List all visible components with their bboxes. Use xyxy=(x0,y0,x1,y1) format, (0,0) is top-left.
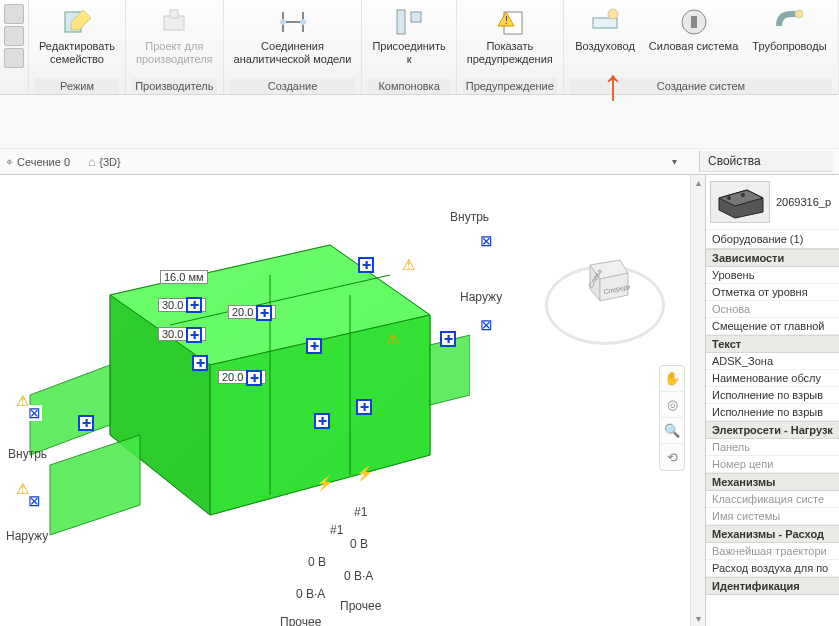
view-tab-3d[interactable]: ⌂ {3D} xyxy=(88,155,121,169)
props-row[interactable]: Расход воздуха для по xyxy=(706,560,839,577)
label-outside-top: Наружу xyxy=(460,290,502,304)
connector-7[interactable] xyxy=(358,257,374,273)
connector-4[interactable] xyxy=(246,370,262,386)
svg-rect-6 xyxy=(411,12,421,22)
view-tab-section[interactable]: ⌖ Сечение 0 xyxy=(6,155,70,169)
pipe-system-button[interactable]: Трубопроводы xyxy=(748,4,830,78)
connector-cross-1[interactable] xyxy=(478,233,494,249)
ribbon-group-systems-label: Создание систем xyxy=(570,78,832,94)
props-row[interactable]: Имя системы xyxy=(706,508,839,525)
connector-10[interactable] xyxy=(356,399,372,415)
svg-marker-21 xyxy=(30,365,110,455)
label-inside-left: Внутрь xyxy=(8,447,47,461)
ribbon-group-systems: Воздуховод Силовая система Трубопроводы … xyxy=(564,0,839,94)
connector-2[interactable] xyxy=(186,327,202,343)
svg-point-29 xyxy=(727,196,731,200)
properties-type-selector[interactable]: 2069316_р xyxy=(706,175,839,230)
props-row[interactable]: Уровень xyxy=(706,267,839,284)
props-row[interactable]: Отметка от уровня xyxy=(706,284,839,301)
pipe-system-icon xyxy=(773,6,805,38)
connector-9[interactable] xyxy=(314,413,330,429)
scroll-up[interactable]: ▴ xyxy=(691,175,705,190)
ribbon-group-warning-label: Предупреждение xyxy=(463,78,557,94)
dimension-tag-1[interactable]: 16.0 мм xyxy=(160,270,208,284)
svg-point-30 xyxy=(741,193,745,197)
warning-icon-4[interactable] xyxy=(14,481,30,497)
analytical-connections-label2: аналитической модели xyxy=(234,53,352,66)
ribbon-group-create-label: Создание xyxy=(230,78,356,94)
viewcube-cube[interactable]: Слева Спереди xyxy=(580,255,630,305)
props-section-head[interactable]: Электросети - Нагрузк xyxy=(706,421,839,439)
svg-point-3 xyxy=(280,19,286,25)
elec-circuit-1: #1 xyxy=(354,505,367,519)
edit-family-button[interactable]: Редактировать семейство xyxy=(35,4,119,78)
connector-6[interactable] xyxy=(306,338,322,354)
ribbon-spacer xyxy=(0,95,839,149)
quick-tool-2[interactable] xyxy=(4,26,24,46)
viewport-scrollbar[interactable]: ▴ ▾ xyxy=(690,175,705,626)
ribbon: Редактировать семейство Режим Проект для… xyxy=(0,0,839,95)
props-row[interactable]: Основа xyxy=(706,301,839,318)
connector-8[interactable] xyxy=(440,331,456,347)
elec-circuit-2: #1 xyxy=(330,523,343,537)
nav-bar: ✋ ◎ 🔍 ⟲ xyxy=(659,365,685,471)
connector-11[interactable] xyxy=(78,415,94,431)
elec-voltage-1: 0 В xyxy=(350,537,368,551)
workspace: 16.0 мм 30.0 мм 30.0 мм 20.0 мм 20.0 мм … xyxy=(0,175,839,626)
elec-voltage-2: 0 В xyxy=(308,555,326,569)
properties-thumbnail xyxy=(710,181,770,223)
props-row[interactable]: Панель xyxy=(706,439,839,456)
analytical-connections-button[interactable]: Соединения аналитической модели xyxy=(230,4,356,78)
power-system-button[interactable]: Силовая система xyxy=(645,4,742,78)
svg-point-4 xyxy=(300,19,306,25)
props-row[interactable]: Классификация систе xyxy=(706,491,839,508)
quick-tool-3[interactable] xyxy=(4,48,24,68)
props-row[interactable]: Важнейшая траектори xyxy=(706,543,839,560)
props-row[interactable]: Смещение от главной xyxy=(706,318,839,335)
props-section-head[interactable]: Идентификация xyxy=(706,577,839,595)
props-section-head[interactable]: Механизмы - Расход xyxy=(706,525,839,543)
home-icon: ⌂ xyxy=(88,155,95,169)
properties-instance-count[interactable]: Оборудование (1) xyxy=(706,230,839,249)
duct-system-label: Воздуховод xyxy=(575,40,635,53)
edit-family-icon xyxy=(61,6,93,38)
attach-to-button[interactable]: Присоединить к xyxy=(368,4,449,78)
ribbon-group-mode: Редактировать семейство Режим xyxy=(29,0,126,94)
view-tab-overflow[interactable]: ▾ xyxy=(668,156,681,167)
props-section-head[interactable]: Зависимости xyxy=(706,249,839,267)
manufacturer-project-label1: Проект для xyxy=(145,40,203,53)
connector-cross-2[interactable] xyxy=(478,317,494,333)
connector-5[interactable] xyxy=(192,355,208,371)
nav-zoom[interactable]: 🔍 xyxy=(660,418,684,444)
viewcube[interactable]: Слева Спереди xyxy=(545,255,665,355)
pipe-system-label: Трубопроводы xyxy=(752,40,826,53)
nav-wheel[interactable]: ◎ xyxy=(660,392,684,418)
props-section-head[interactable]: Текст xyxy=(706,335,839,353)
properties-panel: 2069316_р Оборудование (1) ЗависимостиУр… xyxy=(705,175,839,626)
connector-1[interactable] xyxy=(186,297,202,313)
props-row[interactable]: Наименование обслу xyxy=(706,370,839,387)
warning-icon-1[interactable] xyxy=(400,257,416,273)
analytical-connections-label1: Соединения xyxy=(261,40,324,53)
nav-pan[interactable]: ✋ xyxy=(660,366,684,392)
props-section-head[interactable]: Механизмы xyxy=(706,473,839,491)
nav-orbit[interactable]: ⟲ xyxy=(660,444,684,470)
ribbon-group-warning: ! Показать предупреждения Предупреждение xyxy=(457,0,564,94)
ribbon-group-manufacturer-label: Производитель xyxy=(132,78,217,94)
connector-3[interactable] xyxy=(256,305,272,321)
props-row[interactable]: Исполнение по взрыв xyxy=(706,404,839,421)
viewport-3d[interactable]: 16.0 мм 30.0 мм 30.0 мм 20.0 мм 20.0 мм … xyxy=(0,175,705,626)
properties-title: Свойства xyxy=(699,151,833,172)
props-row[interactable]: Номер цепи xyxy=(706,456,839,473)
duct-system-button[interactable]: Воздуховод xyxy=(571,4,639,78)
svg-rect-5 xyxy=(397,10,405,34)
warning-icon-3[interactable] xyxy=(14,393,30,409)
props-row[interactable]: Исполнение по взрыв xyxy=(706,387,839,404)
warning-icon-2[interactable] xyxy=(384,331,400,347)
elec-va-1: 0 В·А xyxy=(344,569,373,583)
scroll-down[interactable]: ▾ xyxy=(691,611,705,626)
quick-tool-1[interactable] xyxy=(4,4,24,24)
svg-text:!: ! xyxy=(505,15,508,26)
show-warnings-button[interactable]: ! Показать предупреждения xyxy=(463,4,557,78)
props-row[interactable]: ADSK_Зона xyxy=(706,353,839,370)
